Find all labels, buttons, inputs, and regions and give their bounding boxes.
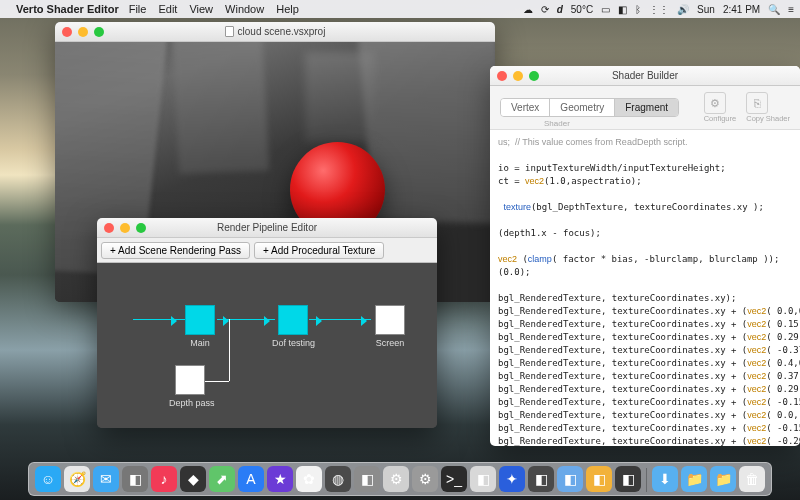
pipeline-node-depth[interactable]: Depth pass [169,365,211,408]
letter-d-icon[interactable]: d [557,4,563,15]
dock-app-tool-1[interactable]: ◍ [325,466,351,492]
zoom-icon[interactable] [94,27,104,37]
display-icon[interactable]: ◧ [618,4,627,15]
dock-app-folder-downloads[interactable]: ⬇ [652,466,678,492]
zoom-icon[interactable] [136,223,146,233]
dock-app-appstore[interactable]: A [238,466,264,492]
dock-app-maps[interactable]: ⬈ [209,466,235,492]
pipeline-node-screen[interactable]: Screen [369,305,411,348]
shader-code-editor[interactable]: us; // This value comes from ReadDepth s… [490,130,800,446]
shader-window-title: Shader Builder [612,70,678,81]
dock-app-imovie[interactable]: ★ [267,466,293,492]
dock-app-folder-2[interactable]: 📁 [710,466,736,492]
shader-window-titlebar[interactable]: Shader Builder [490,66,800,86]
wifi-icon[interactable]: ⋮⋮ [649,4,669,15]
volume-icon[interactable]: 🔊 [677,4,689,15]
shader-builder-window: Shader Builder Vertex Geometry Fragment … [490,66,800,446]
pipeline-toolbar: Add Scene Rendering Pass Add Procedural … [97,238,437,263]
dock-app-app-blue[interactable]: ✦ [499,466,525,492]
dock-app-finder[interactable]: ☺ [35,466,61,492]
dock-separator [646,468,647,492]
bluetooth-icon[interactable]: ᛒ [635,4,641,15]
node-label: Dof testing [272,338,314,348]
dock-app-music[interactable]: ♪ [151,466,177,492]
dock-app-photos[interactable]: ✿ [296,466,322,492]
scene-geometry [171,42,269,174]
dock: ☺🧭✉◧♪◆⬈A★✿◍◧⚙⚙>_◧✦◧◧◧◧⬇📁📁🗑 [0,462,800,496]
scene-geometry [305,52,375,142]
dock-container: ☺🧭✉◧♪◆⬈A★✿◍◧⚙⚙>_◧✦◧◧◧◧⬇📁📁🗑 [28,462,772,496]
menu-file[interactable]: File [129,3,147,15]
dock-app-safari[interactable]: 🧭 [64,466,90,492]
configure-label: Configure [704,114,737,123]
dock-app-folder-1[interactable]: 📁 [681,466,707,492]
pipeline-window-titlebar[interactable]: Render Pipeline Editor [97,218,437,238]
menubar-status: ☁ ⟳ d 50°C ▭ ◧ ᛒ ⋮⋮ 🔊 Sun 2:41 PM 🔍 ≡ [523,4,794,15]
tab-vertex[interactable]: Vertex [501,99,550,116]
close-icon[interactable] [62,27,72,37]
close-icon[interactable] [104,223,114,233]
dock-app-trash[interactable]: 🗑 [739,466,765,492]
cloud-icon[interactable]: ☁ [523,4,533,15]
menu-window[interactable]: Window [225,3,264,15]
render-pipeline-window: Render Pipeline Editor Add Scene Renderi… [97,218,437,428]
menu-view[interactable]: View [189,3,213,15]
node-label: Main [179,338,221,348]
app-name[interactable]: Verto Shader Editor [16,3,119,15]
pipeline-graph-canvas[interactable]: Main Dof testing Screen Depth pass [97,263,437,428]
sync-icon[interactable]: ⟳ [541,4,549,15]
minimize-icon[interactable] [120,223,130,233]
dock-app-tool-5[interactable]: ◧ [528,466,554,492]
node-label: Screen [369,338,411,348]
dock-app-tool-2[interactable]: ◧ [354,466,380,492]
pipeline-wire [229,319,230,381]
pipeline-window-title: Render Pipeline Editor [217,222,317,233]
dock-app-tool-4[interactable]: ◧ [470,466,496,492]
shader-section-label: Shader [544,119,570,128]
menubar: Verto Shader Editor File Edit View Windo… [0,0,800,18]
shader-tab-segment: Vertex Geometry Fragment [500,98,679,117]
tv-icon[interactable]: ▭ [601,4,610,15]
dock-app-preferences[interactable]: ⚙ [412,466,438,492]
dock-app-tool-8[interactable]: ◧ [615,466,641,492]
copy-shader-label: Copy Shader [746,114,790,123]
clock-day[interactable]: Sun [697,4,715,15]
minimize-icon[interactable] [78,27,88,37]
dock-app-terminal[interactable]: >_ [441,466,467,492]
dock-app-tool-3[interactable]: ⚙ [383,466,409,492]
tab-geometry[interactable]: Geometry [550,99,615,116]
pipeline-node-dof[interactable]: Dof testing [272,305,314,348]
dock-app-mail[interactable]: ✉ [93,466,119,492]
shader-toolbar: Vertex Geometry Fragment Shader ⚙ Config… [490,86,800,130]
copy-shader-button[interactable]: ⎘ [746,92,768,114]
menu-edit[interactable]: Edit [158,3,177,15]
dock-app-app-dark[interactable]: ◆ [180,466,206,492]
add-procedural-texture-button[interactable]: Add Procedural Texture [254,242,384,259]
node-label: Depth pass [169,398,211,408]
clock-time[interactable]: 2:41 PM [723,4,760,15]
close-icon[interactable] [497,71,507,81]
configure-button[interactable]: ⚙ [704,92,726,114]
temperature-indicator[interactable]: 50°C [571,4,593,15]
menu-help[interactable]: Help [276,3,299,15]
zoom-icon[interactable] [529,71,539,81]
dock-app-tool-7[interactable]: ◧ [586,466,612,492]
scene-window-titlebar[interactable]: cloud scene.vsxproj [55,22,495,42]
add-scene-rendering-pass-button[interactable]: Add Scene Rendering Pass [101,242,250,259]
minimize-icon[interactable] [513,71,523,81]
document-icon [225,26,234,37]
notification-center-icon[interactable]: ≡ [788,4,794,15]
dock-app-app-gray[interactable]: ◧ [122,466,148,492]
dock-app-tool-6[interactable]: ◧ [557,466,583,492]
spotlight-icon[interactable]: 🔍 [768,4,780,15]
pipeline-node-main[interactable]: Main [179,305,221,348]
pipeline-wire [133,319,185,320]
scene-window-title: cloud scene.vsxproj [238,26,326,37]
tab-fragment[interactable]: Fragment [615,99,678,116]
